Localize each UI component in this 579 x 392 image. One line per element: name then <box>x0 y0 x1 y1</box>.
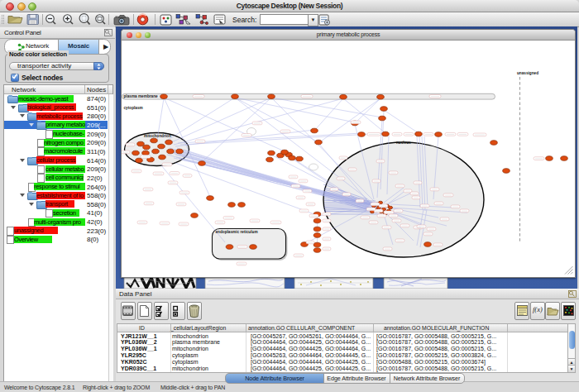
svg-text:mitochondrion: mitochondrion <box>144 134 171 138</box>
svg-text:nucleus: nucleus <box>396 141 411 145</box>
svg-text:endoplasmic reticulum: endoplasmic reticulum <box>216 230 258 234</box>
svg-text:plasma membrane: plasma membrane <box>124 94 159 98</box>
svg-text:cytoplasm: cytoplasm <box>124 106 143 110</box>
svg-text:unassigned: unassigned <box>517 71 538 75</box>
